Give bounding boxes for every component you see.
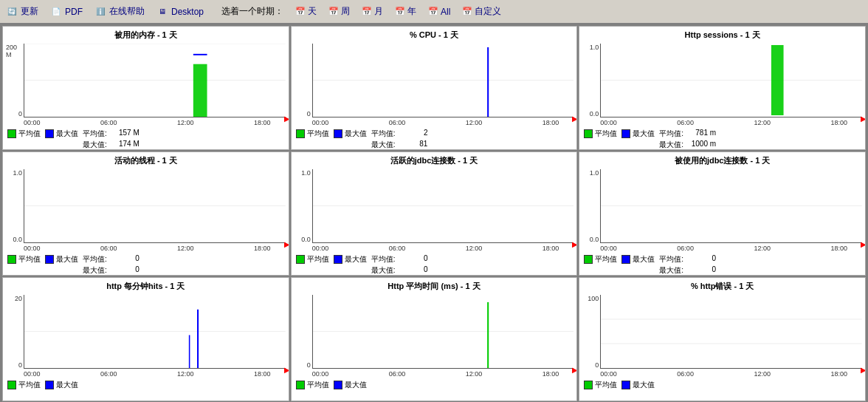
period-year-button[interactable]: 📅 年: [395, 5, 416, 18]
desktop-icon: 🖥: [156, 6, 168, 18]
help-icon: ℹ️: [94, 6, 106, 18]
chart-panel-http_avg_time: Http 平均时间 (ms) - 1 天 0 ▶ Created with Za…: [291, 277, 578, 401]
help-label: 在线帮助: [109, 5, 145, 18]
period-all-button[interactable]: 📅 All: [428, 7, 450, 17]
period-week-button[interactable]: 📅 周: [328, 5, 350, 18]
period-all-label: All: [441, 7, 450, 17]
chart-panel-http_errors: % http错误 - 1 天 100 0 ▶ Created with Zabb…: [579, 277, 866, 401]
period-year-label: 年: [407, 5, 416, 18]
desktop-label: Desktop: [171, 7, 204, 17]
period-day-icon: 📅: [295, 7, 306, 16]
chart-title-http_errors: % http错误 - 1 天: [582, 281, 862, 292]
period-custom-label: 自定义: [475, 5, 501, 18]
refresh-button[interactable]: 🔄 更新: [6, 5, 38, 18]
chart-panel-active_jdbc: 活跃的jdbc连接数 - 1 天 1.0 0.0 ▶ Created with …: [291, 151, 578, 276]
svg-rect-2: [193, 64, 207, 117]
period-custom-icon: 📅: [462, 7, 472, 16]
period-week-label: 周: [341, 5, 350, 18]
chart-panel-memory: 被用的内存 - 1 天 200 M 0 ▶ Created with Zabbi…: [2, 26, 289, 150]
period-all-icon: 📅: [428, 7, 438, 16]
chart-title-active_threads: 活动的线程 - 1 天: [6, 155, 286, 166]
chart-panel-http_sessions: Http sessions - 1 天 1.0 0.0 ▶ Created wi…: [579, 26, 866, 150]
period-label: 选着一个时期：: [221, 5, 283, 18]
period-week-icon: 📅: [328, 7, 339, 16]
chart-panel-active_threads: 活动的线程 - 1 天 1.0 0.0 ▶ Created with Zabbi…: [2, 151, 289, 276]
pdf-icon: 📄: [50, 6, 62, 18]
chart-title-http_hits: http 每分钟hits - 1 天: [6, 281, 286, 292]
chart-title-http_avg_time: Http 平均时间 (ms) - 1 天: [294, 281, 574, 292]
chart-panel-used_jdbc: 被使用的jdbc连接数 - 1 天 1.0 0.0 ▶ Created with…: [579, 151, 866, 276]
pdf-label: PDF: [65, 7, 83, 17]
period-month-button[interactable]: 📅 月: [362, 5, 383, 18]
period-custom-button[interactable]: 📅 自定义: [462, 5, 501, 18]
toolbar: 🔄 更新 📄 PDF ℹ️ 在线帮助 🖥 Desktop 选着一个时期： 📅 天…: [0, 0, 868, 24]
desktop-button[interactable]: 🖥 Desktop: [156, 6, 204, 18]
chart-panel-http_hits: http 每分钟hits - 1 天 20 0 ▶ Created with Z…: [2, 277, 289, 401]
pdf-button[interactable]: 📄 PDF: [50, 6, 83, 18]
chart-title-cpu: % CPU - 1 天: [294, 30, 574, 41]
chart-grid: 被用的内存 - 1 天 200 M 0 ▶ Created with Zabbi…: [0, 24, 868, 402]
chart-title-http_sessions: Http sessions - 1 天: [582, 30, 862, 41]
chart-panel-cpu: % CPU - 1 天 0 ▶ Created with Zabbix 00:0…: [291, 26, 578, 150]
chart-title-memory: 被用的内存 - 1 天: [6, 30, 286, 41]
refresh-icon: 🔄: [6, 6, 18, 18]
refresh-label: 更新: [21, 5, 38, 18]
help-button[interactable]: ℹ️ 在线帮助: [94, 5, 145, 18]
period-year-icon: 📅: [395, 7, 405, 16]
period-day-button[interactable]: 📅 天: [295, 5, 317, 18]
chart-title-used_jdbc: 被使用的jdbc连接数 - 1 天: [582, 155, 862, 166]
period-month-icon: 📅: [362, 7, 372, 16]
chart-title-active_jdbc: 活跃的jdbc连接数 - 1 天: [294, 155, 574, 166]
period-day-label: 天: [308, 5, 317, 18]
svg-rect-7: [771, 45, 784, 115]
period-month-label: 月: [374, 5, 383, 18]
